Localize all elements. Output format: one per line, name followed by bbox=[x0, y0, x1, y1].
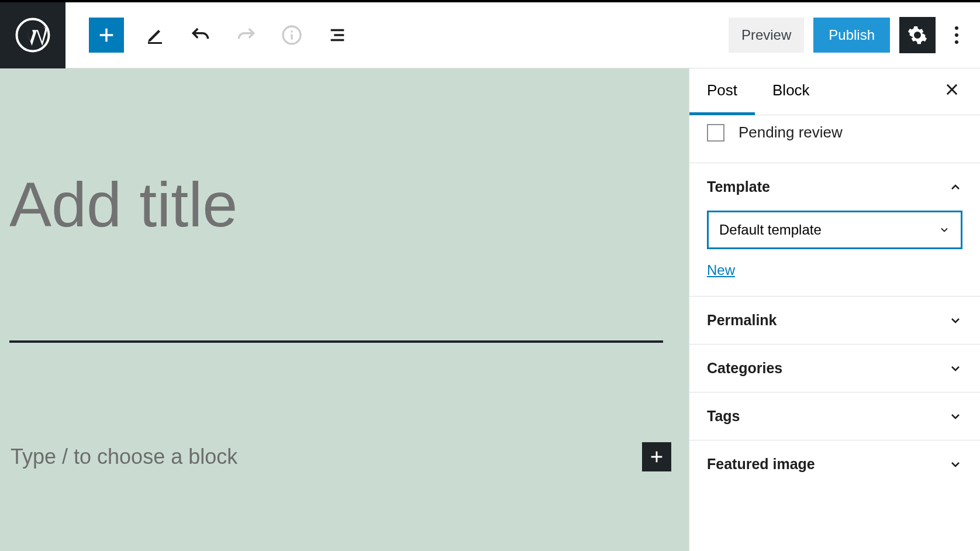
pencil-icon bbox=[144, 25, 165, 46]
post-title-input[interactable] bbox=[9, 86, 663, 343]
info-button[interactable] bbox=[277, 20, 306, 50]
pending-review-checkbox[interactable] bbox=[707, 124, 724, 142]
tab-post[interactable]: Post bbox=[689, 69, 755, 115]
tools-button[interactable] bbox=[140, 20, 170, 50]
sidebar-tabs: Post Block bbox=[689, 68, 980, 115]
panel-permalink: Permalink bbox=[689, 296, 980, 344]
editor-canvas: Type / to choose a block bbox=[0, 68, 689, 551]
panel-categories-title: Categories bbox=[707, 360, 782, 377]
info-icon bbox=[281, 25, 302, 46]
toolbar-left bbox=[65, 18, 352, 53]
outline-button[interactable] bbox=[323, 20, 352, 50]
dots-vertical-icon bbox=[954, 26, 959, 44]
panel-categories: Categories bbox=[689, 344, 980, 392]
new-template-link[interactable]: New bbox=[707, 262, 735, 278]
panel-permalink-header[interactable]: Permalink bbox=[689, 297, 980, 344]
template-select[interactable]: Default template bbox=[707, 211, 962, 249]
preview-button[interactable]: Preview bbox=[729, 18, 804, 53]
close-sidebar-button[interactable] bbox=[939, 76, 965, 107]
svg-point-4 bbox=[955, 40, 958, 44]
template-select-value: Default template bbox=[719, 222, 822, 238]
list-view-icon bbox=[327, 25, 347, 45]
gear-icon bbox=[907, 25, 928, 46]
inline-add-block-button[interactable] bbox=[642, 442, 671, 471]
panel-template-title: Template bbox=[707, 178, 770, 195]
wordpress-icon bbox=[15, 18, 50, 53]
undo-button[interactable] bbox=[186, 20, 215, 50]
panel-tags-title: Tags bbox=[707, 408, 740, 425]
chevron-up-icon bbox=[948, 180, 962, 194]
undo-icon bbox=[189, 24, 212, 46]
panel-tags-header[interactable]: Tags bbox=[689, 392, 980, 440]
chevron-down-icon bbox=[948, 409, 962, 423]
pending-review-label: Pending review bbox=[739, 123, 843, 142]
chevron-down-icon bbox=[938, 224, 950, 236]
editor-header: Preview Publish bbox=[0, 2, 980, 68]
close-icon bbox=[944, 81, 960, 98]
tab-block[interactable]: Block bbox=[755, 69, 827, 115]
panel-featured-image-header[interactable]: Featured image bbox=[689, 440, 980, 488]
more-options-button[interactable] bbox=[945, 17, 968, 53]
settings-button[interactable] bbox=[899, 17, 936, 53]
panel-tags: Tags bbox=[689, 392, 980, 440]
block-prompt-text[interactable]: Type / to choose a block bbox=[11, 445, 237, 469]
plus-icon bbox=[648, 449, 665, 465]
svg-point-2 bbox=[955, 26, 958, 30]
chevron-down-icon bbox=[948, 361, 962, 376]
panel-template: Template Default template New bbox=[689, 163, 980, 296]
settings-sidebar: Post Block Pending review Template Defau… bbox=[689, 68, 980, 551]
plus-icon bbox=[96, 25, 116, 45]
redo-button[interactable] bbox=[232, 20, 261, 50]
pending-review-row: Pending review bbox=[689, 115, 980, 163]
panel-featured-image-title: Featured image bbox=[707, 456, 815, 473]
panel-categories-header[interactable]: Categories bbox=[689, 345, 980, 392]
panel-permalink-title: Permalink bbox=[707, 312, 777, 329]
add-block-button[interactable] bbox=[89, 18, 124, 53]
chevron-down-icon bbox=[948, 314, 962, 328]
wordpress-logo[interactable] bbox=[0, 2, 65, 68]
panel-featured-image: Featured image bbox=[689, 440, 980, 488]
panel-template-header[interactable]: Template bbox=[689, 163, 980, 211]
publish-button[interactable]: Publish bbox=[813, 18, 890, 53]
svg-point-3 bbox=[955, 33, 958, 37]
toolbar-right: Preview Publish bbox=[729, 17, 980, 53]
chevron-down-icon bbox=[948, 457, 962, 471]
redo-icon bbox=[235, 24, 257, 46]
